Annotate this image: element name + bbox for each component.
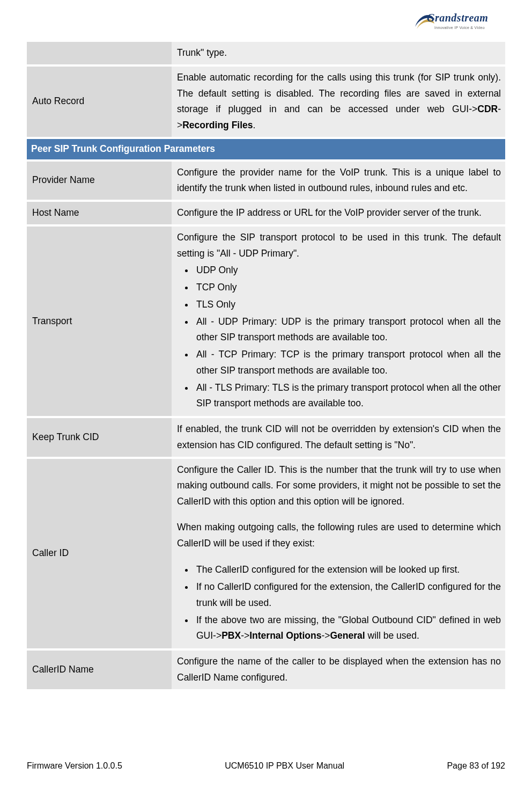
provider-name-label: Provider Name (32, 174, 95, 185)
section-header-cell: Peer SIP Trunk Configuration Parameters (27, 139, 505, 159)
param-desc-cell: Configure the Caller ID. This is the num… (172, 459, 505, 649)
table-row: CallerID Name Configure the name of the … (27, 651, 505, 689)
page-footer: Firmware Version 1.0.0.5 UCM6510 IP PBX … (27, 761, 505, 771)
li3-sep1: -> (241, 630, 249, 641)
bold-cdr: CDR (477, 104, 498, 114)
table-row: Trunk" type. (27, 42, 505, 64)
footer-manual-title: UCM6510 IP PBX User Manual (225, 761, 344, 771)
section-header-row: Peer SIP Trunk Configuration Parameters (27, 139, 505, 159)
bold-pbx: PBX (221, 630, 241, 641)
li3-sep2: -> (321, 630, 330, 641)
bold-recording-files: Recording Files (182, 120, 253, 130)
param-desc-cell: If enabled, the trunk CID will not be ov… (172, 418, 505, 457)
list-item: If no CallerID configured for the extens… (194, 579, 501, 611)
caller-id-p1: Configure the Caller ID. This is the num… (177, 462, 501, 510)
host-name-desc: Configure the IP address or URL for the … (177, 207, 482, 218)
transport-label: Transport (32, 316, 72, 326)
caller-id-list: The CallerID configured for the extensio… (177, 562, 501, 644)
logo-tagline-text: Innovative IP Voice & Video (434, 26, 485, 30)
keep-trunk-cid-label: Keep Trunk CID (32, 432, 99, 442)
list-item: All - UDP Primary: UDP is the primary tr… (194, 314, 501, 346)
param-label-cell: CallerID Name (27, 651, 172, 689)
list-item: TCP Only (194, 280, 501, 296)
table-row: Keep Trunk CID If enabled, the trunk CID… (27, 418, 505, 457)
caller-id-label: Caller ID (32, 547, 69, 558)
list-item: All - TCP Primary: TCP is the primary tr… (194, 347, 501, 379)
table-row: Caller ID Configure the Caller ID. This … (27, 459, 505, 649)
keep-trunk-cid-desc: If enabled, the trunk CID will not be ov… (177, 423, 501, 450)
param-desc-cell: Configure the name of the caller to be d… (172, 651, 505, 689)
list-item: UDP Only (194, 262, 501, 279)
footer-page-number: Page 83 of 192 (447, 761, 505, 771)
param-desc-cell: Enable automatic recording for the calls… (172, 67, 505, 137)
footer-firmware-version: Firmware Version 1.0.0.5 (27, 761, 122, 771)
list-item: If the above two are missing, the "Globa… (194, 612, 501, 645)
grandstream-logo: Grandstream Innovative IP Voice & Video (414, 11, 505, 35)
transport-intro: Configure the SIP transport protocol to … (177, 230, 501, 262)
spacer (177, 551, 501, 561)
auto-record-desc-end: . (253, 120, 256, 130)
table-row: Transport Configure the SIP transport pr… (27, 227, 505, 416)
table-row: Auto Record Enable automatic recording f… (27, 67, 505, 137)
param-label-cell: Auto Record (27, 67, 172, 137)
param-label-cell: Host Name (27, 202, 172, 224)
list-item: The CallerID configured for the extensio… (194, 562, 501, 578)
list-item: TLS Only (194, 297, 501, 313)
param-label-cell (27, 42, 172, 64)
auto-record-desc-part: Enable automatic recording for the calls… (177, 72, 501, 115)
transport-list: UDP Only TCP Only TLS Only All - UDP Pri… (177, 262, 501, 412)
trunk-type-fragment-text: Trunk" type. (177, 47, 227, 58)
document-page: Grandstream Innovative IP Voice & Video … (0, 0, 532, 789)
table-row: Provider Name Configure the provider nam… (27, 162, 505, 200)
callerid-name-desc: Configure the name of the caller to be d… (177, 656, 501, 683)
param-label-cell: Caller ID (27, 459, 172, 649)
spacer (177, 510, 501, 520)
bold-general: General (330, 630, 365, 641)
param-label-cell: Transport (27, 227, 172, 416)
li3-part-c: will be used. (365, 630, 419, 641)
list-item: All - TLS Primary: TLS is the primary tr… (194, 380, 501, 412)
table-row: Host Name Configure the IP address or UR… (27, 202, 505, 224)
auto-record-label: Auto Record (32, 96, 84, 106)
provider-name-desc: Configure the provider name for the VoIP… (177, 167, 501, 194)
param-desc-cell: Configure the provider name for the VoIP… (172, 162, 505, 200)
param-desc-cell: Configure the IP address or URL for the … (172, 202, 505, 224)
caller-id-p2: When making outgoing calls, the followin… (177, 520, 501, 552)
section-header-text: Peer SIP Trunk Configuration Parameters (31, 143, 215, 154)
logo-brand-text: Grandstream (427, 12, 488, 24)
bold-internal-options: Internal Options (249, 630, 321, 641)
host-name-label: Host Name (32, 207, 79, 218)
param-desc-cell: Configure the SIP transport protocol to … (172, 227, 505, 416)
param-label-cell: Keep Trunk CID (27, 418, 172, 457)
param-label-cell: Provider Name (27, 162, 172, 200)
param-desc-cell: Trunk" type. (172, 42, 505, 64)
callerid-name-label: CallerID Name (32, 664, 94, 675)
config-table: Trunk" type. Auto Record Enable automati… (27, 40, 505, 691)
logo-area: Grandstream Innovative IP Voice & Video (27, 11, 505, 35)
